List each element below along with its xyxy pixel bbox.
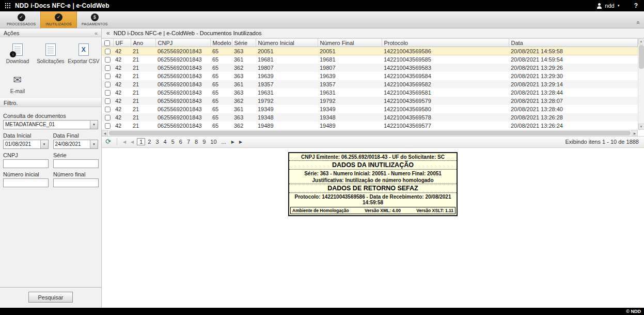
grid-cell: 42 (113, 88, 131, 97)
table-row[interactable]: 4221062556920018436536219792197921422100… (102, 97, 638, 105)
table-row[interactable]: 4221062556920018436536320051200511422100… (102, 47, 638, 55)
row-checkbox[interactable] (105, 82, 111, 87)
top-bar: NDD i-Docs NFC-e | e-ColdWeb ndd ▼ ? (0, 0, 644, 11)
tab-pagamentos[interactable]: $PAGAMENTOS (77, 11, 113, 28)
help-button[interactable]: ? (634, 2, 638, 9)
pagination-last-button[interactable]: ▶ (238, 140, 244, 144)
table-row[interactable]: 4221062556920018436536219807198071422100… (102, 64, 638, 72)
row-checkbox-cell[interactable] (102, 105, 113, 113)
serie-input[interactable] (53, 159, 99, 168)
horizontal-scrollbar[interactable]: ◀ ▶ (102, 130, 638, 136)
row-checkbox[interactable] (105, 65, 111, 71)
row-checkbox-cell[interactable] (102, 47, 113, 55)
app-launcher-icon[interactable] (5, 3, 10, 8)
pagination-first-button[interactable]: ◀ (121, 140, 128, 144)
select-all-header[interactable] (102, 39, 113, 47)
row-checkbox-cell[interactable] (102, 64, 113, 72)
page-button-10[interactable]: 10 (208, 138, 218, 145)
table-row[interactable]: 4221062556920018436536119349193491422100… (102, 105, 638, 113)
table-row[interactable]: 4221062556920018436536319639196391422100… (102, 72, 638, 80)
row-checkbox[interactable] (105, 73, 111, 79)
search-button[interactable]: Pesquisar (28, 292, 73, 303)
pagination-next-button[interactable]: ▶ (230, 140, 236, 144)
page-button-7[interactable]: 7 (185, 138, 192, 145)
row-checkbox[interactable] (105, 57, 111, 63)
chevron-down-icon[interactable]: ▼ (90, 121, 98, 129)
tab-processados[interactable]: ✓PROCESSADOS (2, 11, 40, 28)
column-header-cnpj[interactable]: CNPJ (155, 39, 210, 47)
column-header-numero-inicial[interactable]: Número Inicial (256, 39, 318, 47)
preview-section1-title: DADOS DA INUTILIZAÇÃO (289, 161, 457, 170)
grid-cell: 19489 (256, 122, 318, 130)
page-button-3[interactable]: 3 (153, 138, 161, 145)
row-checkbox-cell[interactable] (102, 113, 113, 122)
page-button-1[interactable]: 1 (137, 138, 145, 145)
column-header-ano[interactable]: Ano (131, 39, 155, 47)
collapse-sidebar-icon[interactable]: « (106, 29, 110, 37)
column-header-numero-final[interactable]: Número Final (318, 39, 382, 47)
actions-panel-title: Ações (4, 30, 20, 36)
row-checkbox[interactable] (105, 49, 111, 54)
user-menu[interactable]: ndd (605, 3, 614, 9)
panel-collapse-icon[interactable]: « (95, 30, 98, 36)
row-checkbox-cell[interactable] (102, 97, 113, 105)
numero-inicial-input[interactable] (3, 178, 49, 187)
table-row[interactable]: 4221062556920018436536319631196311422100… (102, 88, 638, 97)
row-checkbox[interactable] (105, 90, 111, 96)
scroll-up-icon[interactable]: ▲ (638, 38, 644, 44)
row-checkbox[interactable] (105, 123, 111, 129)
table-row[interactable]: 4221062556920018436536319348193481422100… (102, 113, 638, 122)
column-header-protocolo[interactable]: Protocolo (382, 39, 509, 47)
row-checkbox-cell[interactable] (102, 88, 113, 97)
page-button-6[interactable]: 6 (177, 138, 184, 145)
numero-final-input[interactable] (53, 178, 99, 187)
chevron-down-icon[interactable]: ▼ (40, 140, 48, 148)
row-checkbox-cell[interactable] (102, 72, 113, 80)
select-all-checkbox[interactable] (104, 40, 110, 46)
grid-cell: 21 (131, 55, 155, 64)
table-row[interactable]: 4221062556920018436536219489194891422100… (102, 122, 638, 130)
page-button-5[interactable]: 5 (169, 138, 177, 145)
page-button-2[interactable]: 2 (146, 138, 153, 145)
row-checkbox[interactable] (105, 115, 111, 121)
scroll-right-icon[interactable]: ▶ (632, 130, 638, 136)
export-csv-button[interactable]: X Exportar CSV (67, 43, 100, 64)
table-row[interactable]: 4221062556920018436536119357193571422100… (102, 80, 638, 88)
grid-cell: 19489 (318, 122, 382, 130)
sidebar-bottom: Pesquisar (0, 287, 101, 308)
data-inicial-picker[interactable]: 01/08/2021 ▼ (3, 140, 49, 149)
grid-cell: 362 (232, 64, 256, 72)
column-header-uf[interactable]: UF (113, 39, 131, 47)
vertical-scrollbar-thumb[interactable] (639, 45, 644, 69)
row-checkbox-cell[interactable] (102, 80, 113, 88)
scroll-down-icon[interactable]: ▼ (638, 124, 644, 130)
horizontal-scrollbar-thumb[interactable] (109, 131, 631, 136)
solicitacoes-button[interactable]: Solicitações (34, 43, 67, 64)
row-checkbox[interactable] (105, 98, 111, 104)
download-button[interactable]: ↓ Download (1, 43, 34, 64)
row-checkbox-cell[interactable] (102, 55, 113, 64)
ribbon-collapse-icon[interactable]: » (636, 21, 641, 25)
grid-cell: 142210043569581 (382, 88, 509, 97)
refresh-button[interactable]: ⟳ (105, 138, 111, 145)
column-header-serie[interactable]: Série (232, 39, 256, 47)
data-final-picker[interactable]: 24/08/2021 ▼ (53, 140, 99, 149)
scroll-left-icon[interactable]: ◀ (102, 130, 108, 136)
row-checkbox[interactable] (105, 107, 111, 112)
table-row[interactable]: 4221062556920018436536119681196811422100… (102, 55, 638, 64)
consulta-select[interactable]: METADATANFCE_01 ▼ (3, 120, 98, 129)
pagination-prev-button[interactable]: ◀ (129, 140, 135, 144)
user-menu-caret-icon[interactable]: ▼ (617, 4, 620, 7)
column-header-data[interactable]: Data (509, 39, 638, 47)
cnpj-input[interactable] (3, 159, 49, 168)
tab-inutilizados[interactable]: ✓INUTILIZADOS (40, 11, 77, 28)
row-checkbox-cell[interactable] (102, 122, 113, 130)
column-header-modelo[interactable]: Modelo (210, 39, 232, 47)
grid-cell: 142210043569577 (382, 122, 509, 130)
email-button[interactable]: ✉ E-mail (1, 73, 34, 94)
vertical-scrollbar[interactable]: ▲ ▼ (638, 38, 644, 130)
chevron-down-icon[interactable]: ▼ (90, 140, 98, 148)
page-button-9[interactable]: 9 (200, 138, 208, 145)
page-button-8[interactable]: 8 (193, 138, 200, 145)
page-button-4[interactable]: 4 (162, 138, 169, 145)
